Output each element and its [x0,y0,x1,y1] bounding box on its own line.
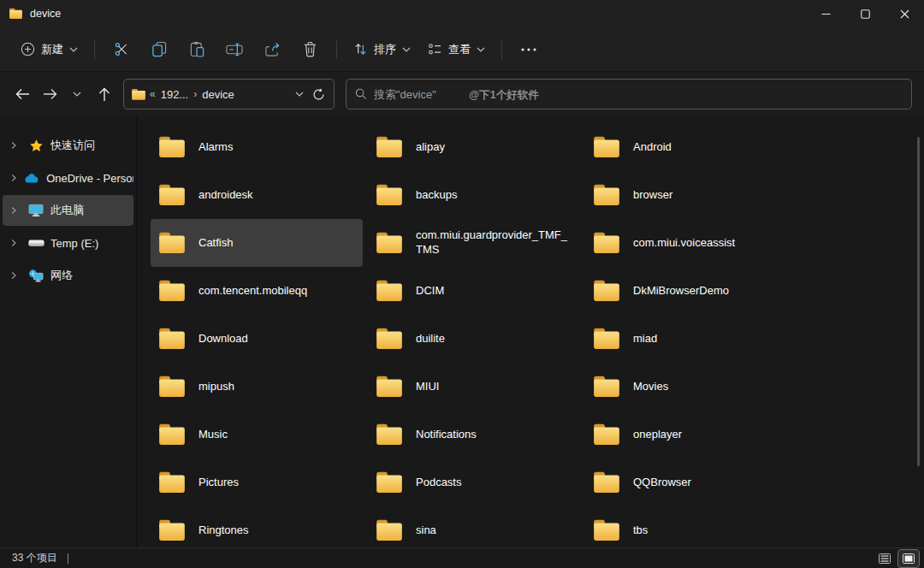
folder-item[interactable]: Notifications [368,411,580,459]
status-bar: 33 个项目 [0,547,924,568]
chevron-right-icon[interactable] [9,271,21,280]
folder-name: com.miui.voiceassist [633,236,791,251]
folder-item[interactable]: DCIM [368,267,580,315]
share-button[interactable] [253,34,291,65]
chevron-right-icon[interactable] [9,174,20,182]
folder-item[interactable]: Music [151,411,363,459]
folder-item[interactable]: Catfish [151,219,363,267]
folder-item[interactable]: Pictures [151,459,363,506]
cut-button[interactable] [103,34,140,65]
folder-item[interactable]: mipush [151,363,363,411]
star-icon [27,139,45,153]
network-icon [27,269,45,282]
close-button[interactable] [885,0,924,27]
folder-name: mipush [198,380,356,394]
arrow-up-icon [98,87,110,102]
details-view-button[interactable] [874,550,895,567]
folder-item[interactable]: com.miui.guardprovider_TMF_TMS [368,219,580,267]
item-count: 33 个项目 [12,551,57,565]
chevron-right-icon[interactable] [9,206,21,215]
folder-name: com.tencent.mobileqq [198,284,356,299]
sidebar-item-network[interactable]: 网络 [3,260,133,291]
folder-item[interactable]: tbs [585,506,797,547]
search-watermark: @下1个好软件 [469,88,539,103]
chevron-right-icon[interactable] [9,141,21,150]
sidebar-item-star[interactable]: 快速访问 [3,130,133,161]
folder-icon [9,8,23,20]
breadcrumb-segment[interactable]: 192... [157,88,192,101]
folder-item[interactable]: Podcasts [368,459,580,506]
copy-icon [151,41,167,57]
folder-item[interactable]: Android [585,123,797,171]
sidebar-item-thispc[interactable]: 此电脑 [3,195,133,226]
folder-name: Download [198,332,356,346]
file-explorer-window: device 新建 [0,0,924,568]
folder-item[interactable]: oneplayer [585,411,797,459]
sidebar-item-onedrive[interactable]: OneDrive - Personal [3,163,133,193]
more-options-button[interactable] [510,34,548,65]
folder-name: Pictures [198,476,356,490]
folder-item[interactable]: Alarms [151,123,363,171]
large-icons-view-button[interactable] [898,550,919,567]
folder-icon [592,423,621,447]
folder-icon [592,279,621,303]
breadcrumb-separator[interactable]: › [192,88,198,100]
folder-item[interactable]: Download [151,315,363,363]
folder-name: duilite [416,332,573,346]
folder-item[interactable]: com.miui.voiceassist [585,219,797,267]
recent-locations-button[interactable] [63,80,91,108]
delete-button[interactable] [291,34,329,65]
sidebar-item-drive[interactable]: Temp (E:) [3,228,133,258]
rename-button[interactable] [216,34,253,65]
folder-item[interactable]: sina [368,506,580,547]
folder-item[interactable]: browser [585,171,797,219]
refresh-button[interactable] [309,88,329,101]
up-button[interactable] [91,80,118,108]
folder-item[interactable]: alipay [368,123,580,171]
address-bar[interactable]: « 192... › device [123,79,335,109]
view-button[interactable]: 查看 [419,34,494,65]
folder-icon [157,470,187,494]
folder-item[interactable]: com.tencent.mobileqq [151,267,363,315]
folder-item[interactable]: androidesk [151,171,363,219]
minimize-button[interactable] [806,0,845,27]
chevron-down-icon [295,92,304,97]
sort-button[interactable]: 排序 [345,34,419,65]
sort-button-label: 排序 [374,42,396,57]
address-dropdown-chevron[interactable] [290,92,309,97]
maximize-button[interactable] [845,0,885,27]
chevron-down-icon [69,47,78,52]
folder-item[interactable]: DkMiBrowserDemo [585,267,797,315]
paste-button[interactable] [178,34,216,65]
folder-item[interactable]: Movies [585,363,797,411]
folder-item[interactable]: miad [585,315,797,363]
this-pc-icon [28,204,44,217]
folder-name: androidesk [198,188,356,203]
copy-button[interactable] [140,34,178,65]
window-title: device [30,8,61,20]
chevron-right-icon[interactable] [9,239,21,247]
command-toolbar: 新建 排序 查看 [0,27,924,72]
navigation-pane: 快速访问 OneDrive - Personal 此电脑 Temp (E:) 网… [0,116,137,547]
folder-item[interactable]: Ringtones [151,506,363,547]
folder-name: QQBrowser [633,476,791,490]
folder-item[interactable]: backups [368,171,580,219]
folder-icon [375,279,404,303]
breadcrumb-segment[interactable]: device [198,88,238,101]
forward-button[interactable] [36,80,63,108]
folder-item[interactable]: duilite [368,315,580,363]
breadcrumb-overflow-chevron[interactable]: « [148,88,157,100]
folder-name: alipay [416,140,573,155]
new-button[interactable]: 新建 [12,34,86,65]
drive-icon [27,240,45,246]
back-button[interactable] [9,80,36,108]
search-input[interactable] [374,88,477,101]
vertical-scrollbar[interactable] [917,137,920,466]
star-icon [29,139,44,153]
folder-icon [375,231,404,255]
search-box[interactable]: @下1个好软件 [346,79,912,109]
folder-item[interactable]: QQBrowser [585,459,797,506]
scissors-icon [114,41,130,57]
sidebar-item-label: Temp (E:) [50,237,98,250]
folder-item[interactable]: MIUI [368,363,580,411]
